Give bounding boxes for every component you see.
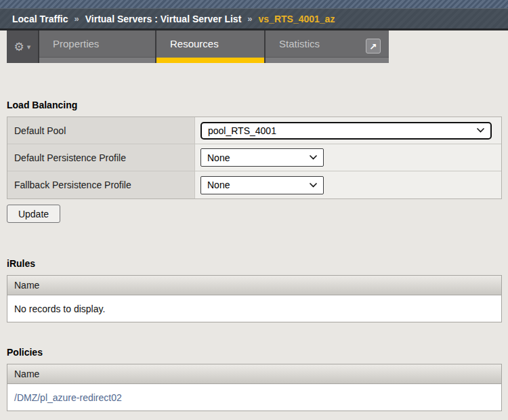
fallback-persistence-selected-value: None bbox=[207, 180, 230, 190]
default-persistence-selected-value: None bbox=[207, 152, 230, 163]
policies-table: Name /DMZ/pl_azure-redirect02 bbox=[7, 364, 502, 411]
section-title-load-balancing: Load Balancing bbox=[7, 100, 502, 110]
tab-strip: ⚙ ▾ Properties Resources Statistics ↗ bbox=[7, 30, 391, 63]
external-link-icon[interactable]: ↗ bbox=[366, 39, 381, 54]
top-banner-stripes bbox=[0, 0, 508, 8]
breadcrumb-separator-icon: » bbox=[74, 14, 79, 24]
update-button[interactable]: Update bbox=[7, 205, 60, 223]
breadcrumb-separator-icon: » bbox=[247, 14, 252, 24]
active-tab-underline bbox=[156, 58, 264, 63]
fallback-persistence-label: Fallback Persistence Profile bbox=[7, 171, 195, 198]
main-content: Load Balancing Default Pool pool_RTS_400… bbox=[0, 100, 508, 411]
chevron-down-icon bbox=[477, 128, 484, 133]
default-pool-selected-value: pool_RTS_4001 bbox=[208, 125, 276, 136]
tab-properties[interactable]: Properties bbox=[39, 30, 156, 63]
tab-resources[interactable]: Resources bbox=[156, 30, 266, 63]
irules-empty-row: No records to display. bbox=[7, 295, 501, 322]
table-row: Default Pool pool_RTS_4001 bbox=[7, 117, 501, 144]
settings-menu-button[interactable]: ⚙ ▾ bbox=[7, 30, 39, 63]
tab-resources-label: Resources bbox=[170, 38, 219, 49]
policies-name-header: Name bbox=[7, 364, 501, 384]
tab-statistics[interactable]: Statistics ↗ bbox=[266, 30, 389, 63]
breadcrumb-page[interactable]: Virtual Servers : Virtual Server List bbox=[85, 14, 242, 24]
gear-icon: ⚙ bbox=[14, 41, 24, 53]
irules-name-header: Name bbox=[7, 276, 501, 295]
load-balancing-table: Default Pool pool_RTS_4001 Default Persi… bbox=[7, 117, 502, 199]
section-title-policies: Policies bbox=[7, 347, 502, 358]
default-pool-label: Default Pool bbox=[7, 117, 195, 144]
table-row: Default Persistence Profile None bbox=[7, 144, 501, 171]
tab-statistics-label: Statistics bbox=[279, 38, 320, 49]
chevron-down-icon bbox=[310, 155, 317, 160]
chevron-down-icon bbox=[310, 183, 317, 188]
default-persistence-label: Default Persistence Profile bbox=[7, 144, 195, 171]
default-persistence-select[interactable]: None bbox=[200, 148, 324, 167]
bigip-virtual-server-resources-page: Local Traffic » Virtual Servers : Virtua… bbox=[0, 0, 508, 420]
tab-properties-label: Properties bbox=[53, 38, 99, 49]
chevron-down-icon: ▾ bbox=[27, 43, 31, 51]
section-title-irules: iRules bbox=[7, 258, 502, 269]
policy-row: /DMZ/pl_azure-redirect02 bbox=[7, 384, 501, 411]
external-link-arrow: ↗ bbox=[370, 41, 377, 51]
table-row: Fallback Persistence Profile None bbox=[7, 171, 501, 198]
irules-table: Name No records to display. bbox=[7, 275, 502, 322]
policy-link[interactable]: /DMZ/pl_azure-redirect02 bbox=[14, 392, 122, 403]
breadcrumb-current: vs_RTS_4001_az bbox=[259, 14, 335, 24]
breadcrumb-section[interactable]: Local Traffic bbox=[12, 14, 68, 24]
default-pool-select[interactable]: pool_RTS_4001 bbox=[200, 122, 492, 140]
breadcrumb: Local Traffic » Virtual Servers : Virtua… bbox=[0, 8, 508, 30]
fallback-persistence-select[interactable]: None bbox=[200, 176, 324, 194]
